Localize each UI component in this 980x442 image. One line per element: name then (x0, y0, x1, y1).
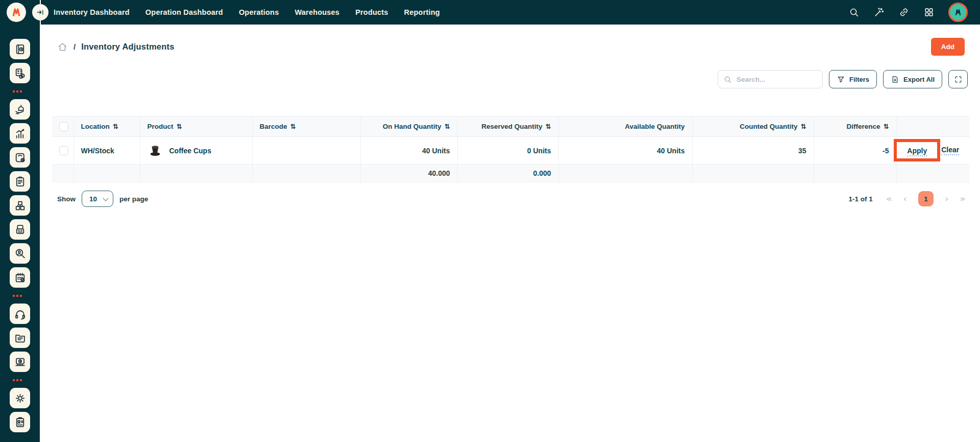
cell-barcode (252, 137, 360, 165)
chevron-down-icon (103, 195, 108, 201)
product-name[interactable]: Coffee Cups (169, 147, 211, 155)
sidebar-separator (13, 295, 22, 297)
sidebar-item-documents-folder[interactable] (10, 328, 30, 348)
pagination-controls: 1-1 of 1 « ‹ 1 › » (849, 191, 966, 206)
cell-available: 40 Units (558, 137, 692, 165)
sort-icon[interactable]: ⇅ (113, 123, 118, 130)
sidebar-item-employee-card[interactable] (10, 412, 30, 432)
page-size-select[interactable]: 10 (82, 191, 113, 207)
funnel-icon (837, 75, 845, 84)
cell-difference: -5 (814, 137, 896, 165)
fullscreen-icon (954, 75, 963, 84)
table-toolbar: Filters Export All (40, 56, 980, 88)
export-all-button[interactable]: Export All (883, 70, 942, 88)
top-navigation-bar: Inventory Dashboard Operation Dashboard … (0, 0, 980, 25)
nav-operation-dashboard[interactable]: Operation Dashboard (145, 8, 223, 16)
sidebar-item-calendar-check[interactable] (10, 267, 30, 288)
sidebar-item-scale-measure[interactable] (10, 147, 30, 168)
export-all-label: Export All (903, 76, 935, 83)
sort-icon[interactable]: ⇅ (177, 123, 182, 130)
previous-page-button[interactable]: ‹ (903, 194, 907, 203)
sidebar-item-planner-journal[interactable] (10, 39, 30, 59)
logo-mark-icon (10, 6, 23, 19)
sort-icon[interactable]: ⇅ (546, 123, 551, 130)
cell-reserved: 0 Units (457, 137, 558, 165)
select-all-checkbox[interactable] (59, 122, 68, 131)
cell-on-hand: 40 Units (360, 137, 457, 165)
column-header-product[interactable]: Product⇅ (140, 117, 252, 137)
sort-icon[interactable]: ⇅ (445, 123, 450, 130)
column-header-location[interactable]: Location⇅ (74, 117, 140, 137)
cell-location: WH/Stock (74, 137, 140, 165)
column-header-reserved[interactable]: Reserved Quantity⇅ (457, 117, 558, 137)
export-file-icon (891, 75, 899, 84)
last-page-button[interactable]: » (960, 194, 966, 203)
sidebar-collapse-toggle[interactable] (32, 4, 48, 20)
cell-product: Coffee Cups (148, 144, 245, 157)
nav-operations[interactable]: Operations (239, 8, 279, 16)
show-label: Show (57, 195, 76, 203)
column-header-available: Available Quantity (558, 117, 692, 137)
breadcrumb-separator: / (74, 42, 76, 51)
sidebar-separator (13, 379, 22, 381)
search-input[interactable] (737, 76, 817, 83)
topbar-action-icons (848, 3, 968, 22)
filters-label: Filters (849, 76, 869, 83)
search-box[interactable] (718, 70, 823, 88)
current-page-button[interactable]: 1 (918, 191, 934, 206)
sidebar-item-candidate-search[interactable] (10, 243, 30, 264)
clear-button[interactable]: Clear (941, 146, 959, 155)
magic-wand-icon[interactable] (873, 7, 885, 18)
sidebar-item-pos-terminal[interactable] (10, 219, 30, 240)
table-header-row: Location⇅ Product⇅ Barcode⇅ On Hand Quan… (52, 117, 970, 137)
main-menu: Inventory Dashboard Operation Dashboard … (54, 8, 440, 16)
apply-button[interactable]: Apply (907, 147, 927, 156)
link-icon[interactable] (898, 7, 910, 18)
filters-button[interactable]: Filters (829, 70, 877, 88)
per-page-label: per page (119, 195, 148, 203)
user-avatar[interactable] (948, 3, 968, 22)
page-size-value: 10 (89, 195, 97, 203)
pagination-bar: Show 10 per page 1-1 of 1 « ‹ 1 › » (40, 182, 980, 207)
app-logo[interactable] (7, 3, 26, 22)
nav-warehouses[interactable]: Warehouses (295, 8, 339, 16)
nav-inventory-dashboard[interactable]: Inventory Dashboard (54, 8, 130, 16)
row-actions: Apply Clear (904, 146, 963, 155)
column-header-on-hand[interactable]: On Hand Quantity⇅ (360, 117, 457, 137)
add-button[interactable]: Add (931, 38, 965, 56)
left-app-sidebar (0, 25, 40, 442)
arrow-to-bar-icon (36, 8, 45, 17)
sidebar-item-calculator-coins[interactable] (10, 63, 30, 83)
sort-icon[interactable]: ⇅ (290, 123, 296, 130)
sidebar-item-support-headset[interactable] (10, 304, 30, 324)
first-page-button[interactable]: « (886, 194, 892, 203)
row-checkbox[interactable] (59, 146, 68, 155)
next-page-button[interactable]: › (945, 194, 948, 203)
summary-reserved-total: 0.000 (457, 165, 558, 182)
sidebar-item-settings-gear[interactable] (10, 388, 30, 408)
column-header-barcode[interactable]: Barcode⇅ (252, 117, 360, 137)
nav-products[interactable]: Products (355, 8, 388, 16)
page-title: Inventory Adjustments (81, 42, 174, 52)
apps-grid-icon[interactable] (923, 7, 935, 18)
sidebar-item-billing-screen[interactable] (10, 352, 30, 372)
home-icon[interactable] (57, 41, 68, 52)
search-input-icon (723, 75, 732, 84)
main-content: / Inventory Adjustments Add Filters Expo… (40, 25, 980, 442)
sort-icon[interactable]: ⇅ (884, 123, 889, 130)
sidebar-separator (13, 90, 22, 92)
avatar-mark-icon (952, 7, 964, 18)
product-thumbnail-coffee-cup (148, 144, 163, 157)
sort-icon[interactable]: ⇅ (801, 123, 806, 130)
cell-counted: 35 (692, 137, 814, 165)
search-icon[interactable] (848, 7, 860, 18)
summary-on-hand-total: 40.000 (360, 165, 457, 182)
nav-reporting[interactable]: Reporting (404, 8, 440, 16)
sidebar-item-packages-boxes[interactable] (10, 195, 30, 216)
sidebar-item-service-hand-bell[interactable] (10, 99, 30, 120)
column-header-difference[interactable]: Difference⇅ (814, 117, 896, 137)
fullscreen-button[interactable] (948, 70, 968, 88)
sidebar-item-growth-bar-chart[interactable] (10, 123, 30, 144)
column-header-counted[interactable]: Counted Quantity⇅ (692, 117, 814, 137)
sidebar-item-clipboard-notes[interactable] (10, 171, 30, 192)
